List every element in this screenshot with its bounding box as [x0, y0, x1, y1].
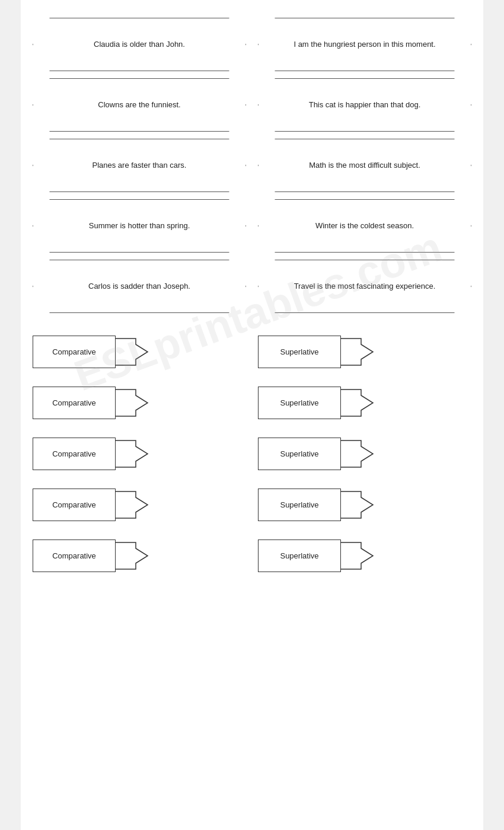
hex-card-r2: This cat is happier than that dog. [258, 78, 471, 132]
superlative-label-2: Superlative [258, 387, 341, 419]
hex-card-r4: Winter is the coldest season. [258, 199, 471, 253]
superlative-label-3: Superlative [258, 438, 341, 470]
superlative-label-5: Superlative [258, 540, 341, 572]
svg-marker-8 [115, 542, 148, 569]
hex-card-l3: Planes are faster than cars. [33, 139, 246, 192]
comparative-label-4: Comparative [33, 489, 116, 521]
svg-marker-6 [115, 491, 148, 518]
arrow-item-super-5: Superlative [258, 535, 471, 576]
arrow-icon-comp-1 [115, 336, 151, 368]
arrow-item-super-1: Superlative [258, 331, 471, 372]
svg-marker-5 [340, 440, 373, 467]
comparative-label-1: Comparative [33, 336, 116, 368]
hex-card-r1: I am the hungriest person in this moment… [258, 18, 471, 71]
arrow-icon-comp-3 [115, 438, 151, 470]
arrow-icon-comp-2 [115, 387, 151, 419]
comparative-label-3: Comparative [33, 438, 116, 470]
arrow-item-comp-5: Comparative [33, 535, 246, 576]
arrow-icon-super-1 [340, 336, 376, 368]
superlative-label-1: Superlative [258, 336, 341, 368]
hex-card-l5: Carlos is sadder than Joseph. [33, 260, 246, 313]
arrows-grid: Comparative Superlative Comparative [33, 331, 471, 576]
comparative-label-5: Comparative [33, 540, 116, 572]
hex-card-l2: Clowns are the funniest. [33, 78, 246, 132]
hex-card-l4: Summer is hotter than spring. [33, 199, 246, 253]
svg-marker-0 [115, 339, 148, 365]
arrow-item-super-4: Superlative [258, 484, 471, 525]
svg-marker-3 [340, 390, 373, 416]
hex-card-r3: Math is the most difficult subject. [258, 139, 471, 192]
arrow-item-super-3: Superlative [258, 433, 471, 474]
svg-marker-2 [115, 390, 148, 416]
arrow-item-comp-4: Comparative [33, 484, 246, 525]
arrow-icon-super-4 [340, 489, 376, 521]
arrow-icon-comp-4 [115, 489, 151, 521]
arrow-item-comp-3: Comparative [33, 433, 246, 474]
cards-grid: Claudia is older than John. I am the hun… [33, 18, 471, 313]
arrow-item-comp-1: Comparative [33, 331, 246, 372]
hex-card-l1: Claudia is older than John. [33, 18, 246, 71]
hex-card-r5: Travel is the most fascinating experienc… [258, 260, 471, 313]
page: ESLprintables.com Claudia is older than … [21, 0, 483, 830]
svg-marker-9 [340, 542, 373, 569]
arrow-icon-super-5 [340, 540, 376, 572]
arrow-icon-super-3 [340, 438, 376, 470]
arrow-item-super-2: Superlative [258, 382, 471, 423]
arrow-icon-super-2 [340, 387, 376, 419]
superlative-label-4: Superlative [258, 489, 341, 521]
arrow-icon-comp-5 [115, 540, 151, 572]
arrow-item-comp-2: Comparative [33, 382, 246, 423]
svg-marker-4 [115, 440, 148, 467]
comparative-label-2: Comparative [33, 387, 116, 419]
svg-marker-1 [340, 339, 373, 365]
svg-marker-7 [340, 491, 373, 518]
